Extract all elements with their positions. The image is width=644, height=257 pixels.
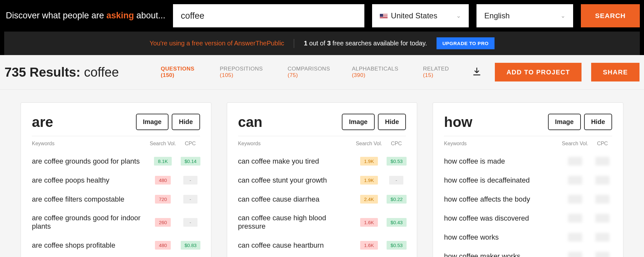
cpc-badge [595, 252, 610, 257]
searches-available: 1 out of 3 free searches available for t… [304, 40, 427, 47]
divider [444, 136, 612, 136]
image-button[interactable]: Image [342, 114, 375, 130]
chevron-down-icon: ⌄ [456, 12, 461, 19]
cpc-badge: - [183, 195, 197, 204]
language-select[interactable]: English ⌄ [476, 4, 573, 27]
keyword-text[interactable]: are coffee filters compostable [32, 195, 145, 204]
image-button[interactable]: Image [548, 114, 581, 130]
search-vol-badge [568, 214, 582, 223]
cpc-badge [595, 233, 610, 242]
search-vol-badge [568, 157, 582, 166]
cpc-badge: $0.53 [387, 241, 407, 250]
table-row: can coffee cause high blood pressure1.6K… [238, 209, 406, 236]
table-row: are coffee filters compostable720- [32, 190, 200, 209]
cpc-badge [595, 195, 610, 204]
tab-questions[interactable]: QUESTIONS (150) [161, 66, 207, 79]
table-row: how coffee works [444, 228, 612, 247]
search-vol-badge: 480 [155, 176, 171, 185]
share-button[interactable]: SHARE [591, 63, 639, 81]
card-title: are [32, 114, 53, 130]
card-title: can [238, 114, 263, 130]
search-vol-badge: 1.9K [360, 157, 378, 166]
keyword-text[interactable]: can coffee cause high blood pressure [238, 214, 351, 231]
search-vol-badge: 480 [155, 241, 171, 250]
keyword-text[interactable]: can coffee cause heartburn [238, 241, 351, 250]
col-cpc: CPC [593, 141, 612, 147]
tab-related[interactable]: RELATED (15) [423, 66, 459, 79]
table-row: are coffee grounds good for indoor plant… [32, 209, 200, 236]
hide-button[interactable]: Hide [172, 114, 200, 130]
search-vol-badge: 8.1K [154, 157, 172, 166]
table-row: can coffee make you tired1.9K$0.53 [238, 152, 406, 171]
table-row: are coffee grounds good for plants8.1K$0… [32, 152, 200, 171]
language-label: English [484, 11, 510, 20]
country-select[interactable]: United States ⌄ [372, 4, 469, 27]
keyword-text[interactable]: are coffee poops healthy [32, 176, 145, 185]
us-flag-icon [380, 14, 388, 19]
table-row: how coffee maker works [444, 247, 612, 257]
cpc-badge [595, 157, 610, 166]
card-how: howImageHideKeywordsSearch Vol.CPChow co… [433, 102, 623, 257]
search-vol-badge [568, 176, 582, 185]
add-to-project-button[interactable]: ADD TO PROJECT [495, 63, 582, 81]
card-are: areImageHideKeywordsSearch Vol.CPCare co… [21, 102, 211, 257]
tab-alphabeticals[interactable]: ALPHABETICALS (390) [352, 66, 410, 79]
tagline-post: about... [134, 11, 166, 20]
table-row: how coffee is made [444, 152, 612, 171]
tab-prepositions[interactable]: PREPOSITIONS (105) [220, 66, 274, 79]
column-headers: KeywordsSearch Vol.CPC [444, 141, 612, 147]
card-can: canImageHideKeywordsSearch Vol.CPCcan co… [227, 102, 418, 257]
keyword-text[interactable]: how coffee works [444, 233, 557, 242]
hide-button[interactable]: Hide [584, 114, 612, 130]
keyword-text[interactable]: how coffee maker works [444, 252, 557, 257]
search-vol-badge [568, 195, 582, 204]
keyword-text[interactable]: are coffee shops profitable [32, 241, 145, 250]
keyword-text[interactable]: how coffee affects the body [444, 195, 557, 204]
divider [32, 136, 200, 136]
col-keywords: Keywords [32, 141, 145, 147]
column-headers: KeywordsSearch Vol.CPC [238, 141, 406, 147]
col-keywords: Keywords [238, 141, 351, 147]
cpc-badge: - [389, 176, 403, 185]
cpc-badge: $0.43 [387, 218, 407, 227]
table-row: can coffee cause heartburn1.6K$0.53 [238, 236, 406, 255]
search-vol-badge [568, 233, 582, 242]
tab-comparisons[interactable]: COMPARISONS (75) [288, 66, 339, 79]
table-row: how coffee affects the body [444, 190, 612, 209]
keyword-text[interactable]: can coffee stunt your growth [238, 176, 351, 185]
col-keywords: Keywords [444, 141, 557, 147]
keyword-text[interactable]: how coffee is made [444, 157, 557, 166]
hide-button[interactable]: Hide [378, 114, 406, 130]
search-button[interactable]: SEARCH [581, 4, 640, 27]
searches-total: 3 [327, 40, 331, 47]
cpc-badge: - [183, 218, 197, 227]
tagline-pre: Discover what people are [6, 11, 106, 20]
keyword-text[interactable]: are coffee grounds good for indoor plant… [32, 214, 145, 231]
image-button[interactable]: Image [136, 114, 169, 130]
upgrade-button[interactable]: UPGRADE TO PRO [437, 37, 494, 49]
search-input[interactable] [173, 4, 364, 27]
search-vol-badge: 1.6K [360, 218, 378, 227]
keyword-text[interactable]: are coffee grounds good for plants [32, 157, 145, 166]
search-vol-badge: 720 [155, 195, 171, 204]
divider [294, 39, 294, 48]
card-title: how [444, 114, 472, 130]
col-cpc: CPC [387, 141, 406, 147]
table-row: can coffee stunt your growth1.9K- [238, 171, 406, 190]
table-row: can coffee make you gain weight1K- [238, 255, 406, 257]
table-row: are coffee poops healthy480- [32, 171, 200, 190]
cpc-badge: $0.83 [181, 241, 201, 250]
search-vol-badge: 1.6K [360, 241, 378, 250]
table-row: how coffee was discovered [444, 209, 612, 228]
keyword-text[interactable]: can coffee make you tired [238, 157, 351, 166]
upgrade-banner: You're using a free version of AnswerThe… [4, 32, 640, 55]
keyword-text[interactable]: can coffee cause diarrhea [238, 195, 351, 204]
keyword-text[interactable]: how coffee is decaffeinated [444, 176, 557, 185]
free-version-text: You're using a free version of AnswerThe… [149, 40, 284, 47]
keyword-text[interactable]: how coffee was discovered [444, 214, 557, 223]
tagline: Discover what people are asking about... [4, 10, 165, 21]
download-icon[interactable] [468, 66, 485, 78]
column-headers: KeywordsSearch Vol.CPC [32, 141, 200, 147]
col-search-vol: Search Vol. [351, 141, 387, 147]
search-vol-badge [568, 252, 582, 257]
